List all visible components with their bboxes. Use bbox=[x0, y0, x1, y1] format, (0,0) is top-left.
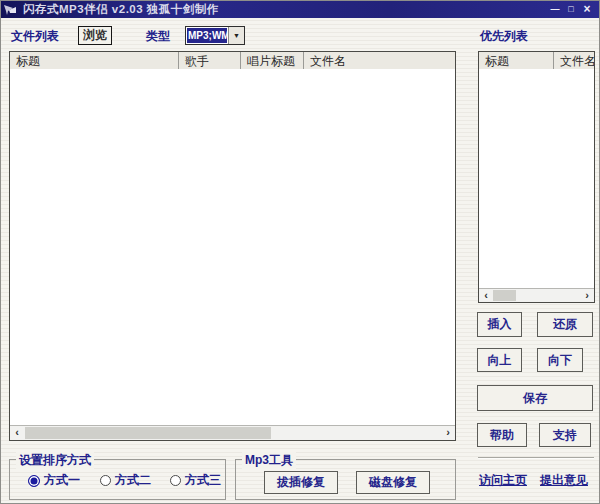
restore-button[interactable]: 还原 bbox=[537, 312, 593, 337]
type-label: 类型 bbox=[146, 28, 170, 45]
file-list[interactable]: 标题 歌手 唱片标题 文件名 ‹ › bbox=[9, 51, 456, 441]
tools-group-title: Mp3工具 bbox=[242, 452, 296, 469]
close-icon[interactable]: × bbox=[579, 2, 595, 17]
radio-method-2[interactable]: 方式二 bbox=[100, 472, 151, 489]
disk-repair-button[interactable]: 磁盘修复 bbox=[356, 471, 430, 494]
radio-method-3[interactable]: 方式三 bbox=[170, 472, 221, 489]
scroll-right-icon[interactable]: › bbox=[580, 289, 594, 302]
file-list-hscrollbar[interactable]: ‹ › bbox=[10, 425, 455, 440]
up-button[interactable]: 向上 bbox=[477, 348, 522, 372]
support-button[interactable]: 支持 bbox=[539, 423, 591, 447]
minimize-icon[interactable]: — bbox=[547, 2, 563, 17]
column-header-filename[interactable]: 文件名 bbox=[554, 52, 594, 69]
column-header-filename[interactable]: 文件名 bbox=[304, 52, 455, 69]
radio-label: 方式二 bbox=[115, 472, 151, 489]
type-combobox[interactable]: MP3;WMA ▼ bbox=[185, 26, 245, 45]
mp3-tools-group: Mp3工具 拔插修复 磁盘修复 bbox=[235, 459, 456, 500]
scrollbar-thumb[interactable] bbox=[493, 290, 516, 301]
homepage-link[interactable]: 访问主页 bbox=[479, 472, 527, 489]
priority-list-hscrollbar[interactable]: ‹ › bbox=[479, 288, 594, 302]
scroll-left-icon[interactable]: ‹ bbox=[479, 289, 493, 302]
sort-method-group: 设置排序方式 方式一 方式二 方式三 bbox=[9, 459, 226, 500]
insert-button[interactable]: 插入 bbox=[477, 312, 522, 337]
app-icon bbox=[4, 4, 17, 15]
column-header-album[interactable]: 唱片标题 bbox=[241, 52, 304, 69]
radio-method-1[interactable]: 方式一 bbox=[28, 472, 80, 489]
scrollbar-thumb[interactable] bbox=[25, 427, 271, 439]
divider bbox=[478, 457, 594, 459]
file-list-header: 标题 歌手 唱片标题 文件名 bbox=[10, 52, 455, 70]
window-controls: — □ × bbox=[547, 2, 599, 17]
help-button[interactable]: 帮助 bbox=[477, 423, 527, 447]
scroll-left-icon[interactable]: ‹ bbox=[10, 426, 24, 440]
save-button[interactable]: 保存 bbox=[477, 385, 593, 411]
down-button[interactable]: 向下 bbox=[537, 348, 583, 372]
radio-label: 方式一 bbox=[44, 472, 80, 489]
radio-dot-icon bbox=[28, 475, 40, 487]
column-header-title[interactable]: 标题 bbox=[479, 52, 554, 69]
scroll-right-icon[interactable]: › bbox=[441, 426, 455, 440]
file-list-body[interactable] bbox=[10, 69, 455, 425]
chevron-down-icon[interactable]: ▼ bbox=[228, 27, 244, 44]
feedback-link[interactable]: 提出意见 bbox=[540, 472, 588, 489]
radio-dot-icon bbox=[170, 475, 181, 486]
sort-group-title: 设置排序方式 bbox=[16, 452, 94, 469]
priority-list-header: 标题 文件名 bbox=[479, 52, 594, 70]
app-window: 闪存式MP3伴侣 v2.03 独孤十剑制作 — □ × 文件列表 浏览 类型 M… bbox=[0, 0, 600, 504]
browse-button[interactable]: 浏览 bbox=[78, 26, 112, 45]
type-combobox-value: MP3;WMA bbox=[187, 28, 227, 43]
radio-label: 方式三 bbox=[185, 472, 221, 489]
priority-list[interactable]: 标题 文件名 ‹ › bbox=[478, 51, 595, 303]
priority-list-body[interactable] bbox=[479, 69, 594, 288]
window-title: 闪存式MP3伴侣 v2.03 独孤十剑制作 bbox=[23, 2, 219, 17]
titlebar[interactable]: 闪存式MP3伴侣 v2.03 独孤十剑制作 — □ × bbox=[1, 1, 599, 18]
column-header-artist[interactable]: 歌手 bbox=[179, 52, 241, 69]
priority-list-label: 优先列表 bbox=[480, 28, 528, 45]
column-header-title[interactable]: 标题 bbox=[10, 52, 179, 69]
radio-dot-icon bbox=[100, 475, 111, 486]
file-list-label: 文件列表 bbox=[11, 28, 59, 45]
unplug-repair-button[interactable]: 拔插修复 bbox=[264, 471, 338, 494]
maximize-icon[interactable]: □ bbox=[563, 2, 579, 17]
